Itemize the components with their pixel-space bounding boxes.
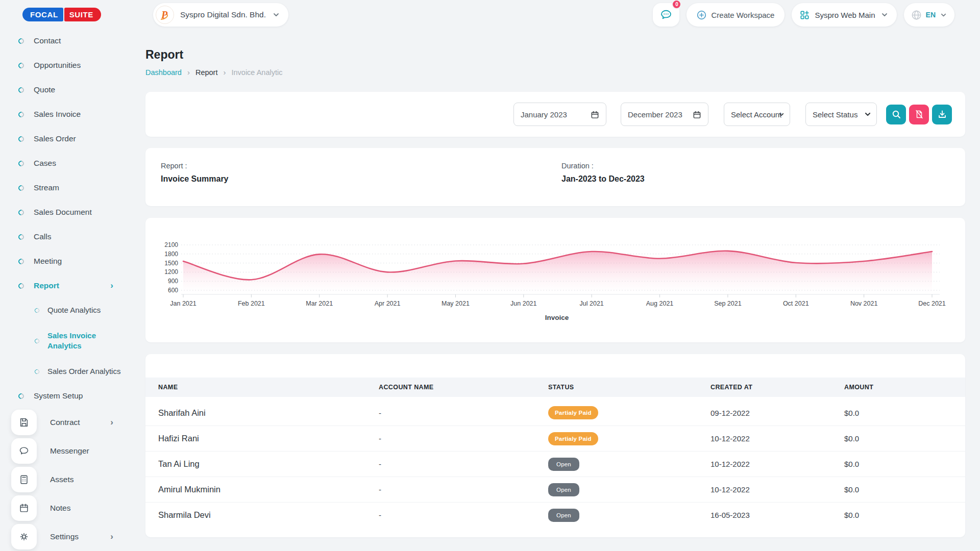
end-month-input[interactable]: December 2023 bbox=[621, 103, 708, 126]
cell-name: Sharmila Devi bbox=[158, 510, 379, 520]
sidebar-item-contract[interactable]: Contract› bbox=[0, 408, 134, 437]
bullet-icon bbox=[17, 110, 25, 118]
chart-legend: Invoice bbox=[159, 314, 955, 321]
clear-filter-button[interactable] bbox=[909, 105, 929, 124]
account-select-value: Select Account bbox=[731, 110, 781, 119]
invoice-area-chart: 6009001200150018002100Jan 2021Feb 2021Ma… bbox=[159, 240, 955, 311]
calculator-icon bbox=[18, 474, 30, 485]
duration-label: Duration : bbox=[561, 162, 645, 170]
sidebar-subitem-label: Sales Invoice Analytics bbox=[47, 331, 125, 352]
sidebar-item-sales-document[interactable]: Sales Document bbox=[0, 200, 134, 224]
sidebar-item-calls[interactable]: Calls bbox=[0, 224, 134, 249]
sidebar-item-opportunities[interactable]: Opportunities bbox=[0, 53, 134, 78]
svg-text:1500: 1500 bbox=[164, 260, 178, 267]
sidebar-item-sales-order[interactable]: Sales Order bbox=[0, 127, 134, 151]
sidebar-item-stream[interactable]: Stream bbox=[0, 176, 134, 200]
end-month-value: December 2023 bbox=[628, 110, 682, 119]
breadcrumb-separator: › bbox=[187, 68, 190, 77]
table-row[interactable]: Hafizi Rani-Partialy Paid10-12-2022$0.0 bbox=[145, 425, 965, 451]
sidebar-item-messenger[interactable]: Messenger bbox=[0, 437, 134, 465]
cell-created: 10-12-2022 bbox=[710, 434, 844, 443]
svg-text:Jan 2021: Jan 2021 bbox=[170, 300, 196, 307]
sidebar-item-report[interactable]: Report› bbox=[0, 273, 134, 298]
svg-text:Nov 2021: Nov 2021 bbox=[850, 300, 878, 307]
unread-count-badge: 0 bbox=[672, 0, 681, 9]
bullet-icon bbox=[17, 233, 25, 240]
chevron-right-icon: › bbox=[110, 281, 113, 291]
status-select[interactable]: Select Status bbox=[805, 103, 877, 126]
icon-card bbox=[11, 410, 37, 435]
bullet-icon bbox=[17, 184, 25, 191]
sidebar-item-label: Contract bbox=[50, 418, 80, 427]
messages-button[interactable]: 0 bbox=[653, 3, 679, 27]
focal-suite-logo[interactable]: FOCAL SUITE bbox=[22, 8, 101, 21]
bullet-icon bbox=[17, 159, 25, 167]
cell-status: Partialy Paid bbox=[548, 432, 710, 445]
svg-text:Mar 2021: Mar 2021 bbox=[306, 300, 333, 307]
bullet-icon bbox=[34, 368, 40, 375]
cell-amount: $0.0 bbox=[844, 511, 965, 519]
cell-created: 09-12-2022 bbox=[710, 409, 844, 417]
icon-card bbox=[11, 495, 37, 521]
svg-text:900: 900 bbox=[168, 278, 178, 285]
sidebar-item-system-setup[interactable]: System Setup bbox=[0, 384, 134, 408]
search-button[interactable] bbox=[886, 105, 906, 124]
cell-account: - bbox=[379, 409, 548, 417]
svg-text:1800: 1800 bbox=[164, 251, 178, 258]
bullet-icon bbox=[17, 257, 25, 265]
cell-name: Sharifah Aini bbox=[158, 408, 379, 418]
sidebar-item-label: Sales Document bbox=[34, 208, 92, 217]
plus-circle-icon bbox=[697, 10, 706, 20]
sidebar-item-label: Notes bbox=[50, 504, 71, 513]
breadcrumb-dashboard[interactable]: Dashboard bbox=[145, 68, 182, 77]
table-row[interactable]: Tan Ai Ling-Open10-12-2022$0.0 bbox=[145, 451, 965, 477]
status-badge: Open bbox=[548, 458, 579, 471]
status-select-value: Select Status bbox=[813, 110, 857, 119]
account-select[interactable]: Select Account bbox=[724, 103, 790, 126]
report-summary: Report : Invoice Summary Duration : Jan-… bbox=[145, 148, 965, 206]
calendar-icon bbox=[18, 503, 30, 514]
sidebar-item-label: Report bbox=[34, 281, 59, 290]
breadcrumb-report[interactable]: Report bbox=[195, 68, 218, 77]
start-month-input[interactable]: January 2023 bbox=[513, 103, 606, 126]
sidebar-item-settings[interactable]: Settings› bbox=[0, 522, 134, 551]
icon-card bbox=[11, 467, 37, 492]
sidebar-item-notes[interactable]: Notes bbox=[0, 494, 134, 522]
sidebar-subitem-sales-invoice-analytics[interactable]: Sales Invoice Analytics bbox=[0, 322, 134, 359]
svg-text:May 2021: May 2021 bbox=[442, 300, 470, 307]
bullet-icon bbox=[34, 307, 40, 314]
grid-plus-icon bbox=[800, 10, 810, 20]
table-row[interactable]: Sharifah Aini-Partialy Paid09-12-2022$0.… bbox=[145, 400, 965, 425]
icon-card bbox=[11, 438, 37, 464]
cell-account: - bbox=[379, 511, 548, 519]
bullet-icon bbox=[17, 86, 25, 93]
svg-text:Oct 2021: Oct 2021 bbox=[783, 300, 809, 307]
sidebar-item-quote[interactable]: Quote bbox=[0, 78, 134, 102]
app-switcher[interactable]: Syspro Web Main bbox=[792, 3, 896, 27]
sidebar-item-cases[interactable]: Cases bbox=[0, 151, 134, 176]
language-selector[interactable]: EN bbox=[904, 3, 954, 27]
sidebar-item-meeting[interactable]: Meeting bbox=[0, 249, 134, 273]
sidebar-item-contact[interactable]: Contact bbox=[0, 29, 134, 53]
download-button[interactable] bbox=[932, 105, 952, 124]
bullet-icon bbox=[17, 208, 25, 216]
sidebar-item-label: Sales Order bbox=[34, 134, 76, 143]
bullet-icon bbox=[17, 392, 25, 399]
sidebar-subitem-quote-analytics[interactable]: Quote Analytics bbox=[0, 298, 134, 322]
sidebar-item-label: Settings bbox=[50, 532, 79, 541]
table-row[interactable]: Amirul Mukminin-Open10-12-2022$0.0 bbox=[145, 477, 965, 502]
download-icon bbox=[938, 110, 947, 119]
topbar: FOCAL SUITE P Syspro Digital Sdn. Bhd. 0… bbox=[0, 0, 980, 29]
chevron-right-icon: › bbox=[110, 417, 113, 428]
cell-account: - bbox=[379, 485, 548, 494]
cell-name: Amirul Mukminin bbox=[158, 485, 379, 494]
table-row[interactable]: Sharmila Devi-Open16-05-2023$0.0 bbox=[145, 502, 965, 528]
calendar-icon bbox=[693, 110, 701, 119]
sidebar-item-assets[interactable]: Assets bbox=[0, 465, 134, 494]
create-workspace-button[interactable]: Create Workspace bbox=[687, 3, 785, 27]
sidebar-subitem-sales-order-analytics[interactable]: Sales Order Analytics bbox=[0, 359, 134, 384]
sidebar-item-sales-invoice[interactable]: Sales Invoice bbox=[0, 102, 134, 127]
column-header-created-at: CREATED AT bbox=[710, 384, 844, 391]
svg-text:Jun 2021: Jun 2021 bbox=[510, 300, 536, 307]
workspace-selector[interactable]: P Syspro Digital Sdn. Bhd. bbox=[153, 3, 288, 27]
